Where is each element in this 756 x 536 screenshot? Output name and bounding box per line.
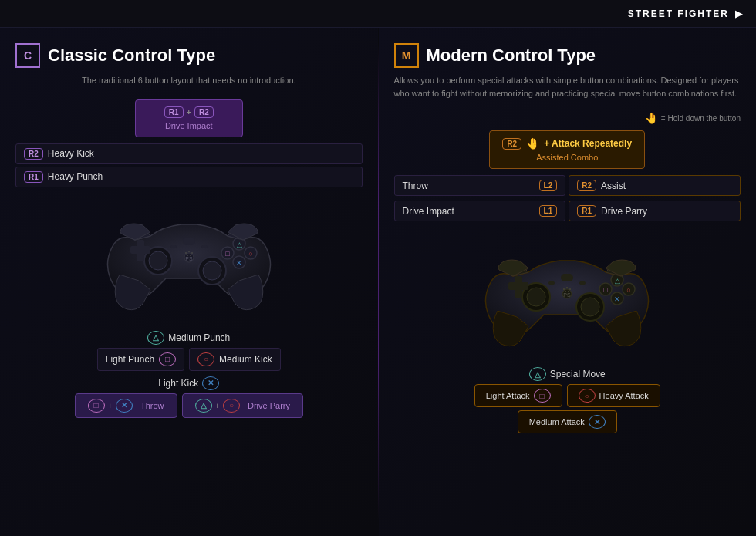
drive-parry-right-label: Drive Parry xyxy=(601,206,647,217)
heavy-kick-label: Heavy Kick xyxy=(48,148,94,159)
heavy-punch-row: R1 Heavy Punch xyxy=(15,167,363,187)
special-move-label: Special Move xyxy=(550,369,606,379)
drive-impact-right-row: Drive Impact L1 xyxy=(394,201,566,221)
svg-point-27 xyxy=(581,298,599,316)
classic-title-row: C Classic Control Type xyxy=(15,43,363,68)
light-kick-item: Light Kick ✕ xyxy=(158,376,219,390)
drive-impact-right-text: Drive Impact xyxy=(403,206,454,217)
brand-name: STREET FIGHTER xyxy=(628,8,729,19)
modern-controller: △ □ ○ ✕ PS xyxy=(394,230,741,361)
modern-title-row: M Modern Control Type xyxy=(394,43,741,68)
svg-text:✕: ✕ xyxy=(614,295,620,303)
svg-rect-47 xyxy=(579,281,586,285)
square-badge: □ xyxy=(159,352,176,366)
svg-point-45 xyxy=(568,291,569,292)
svg-point-19 xyxy=(191,252,193,254)
modern-panel: M Modern Control Type Allows you to perf… xyxy=(379,28,757,536)
modern-right-col: R2 Assist R1 Drive Parry xyxy=(569,175,741,224)
classic-shoulder-moves: R2 Heavy Kick R1 Heavy Punch xyxy=(15,143,363,187)
main-container: C Classic Control Type The traditional 6… xyxy=(0,28,756,536)
hold-icon: 🤚 xyxy=(645,112,658,124)
drive-impact-box: R1 + R2 Drive Impact xyxy=(135,99,243,137)
svg-text:□: □ xyxy=(225,250,230,258)
attack-repeatedly-text: + Attack Repeatedly xyxy=(544,138,632,149)
svg-text:○: ○ xyxy=(248,250,252,258)
r1-hp-badge: R1 xyxy=(24,171,43,183)
svg-point-41 xyxy=(563,288,565,290)
light-attack-text: Light Attack xyxy=(486,391,530,400)
bottom-row-1: Light Punch □ ○ Medium Kick xyxy=(15,348,363,373)
svg-text:PS: PS xyxy=(185,256,193,261)
l1-badge: L1 xyxy=(539,205,558,217)
svg-rect-14 xyxy=(183,238,195,245)
heavy-attack-row: ○ Heavy Attack xyxy=(567,384,660,407)
x-badge: ✕ xyxy=(116,399,133,413)
modern-left-col: Throw L2 Drive Impact L1 xyxy=(394,175,566,224)
light-kick-text: Light Kick xyxy=(158,378,198,389)
r2-orange-badge: R2 xyxy=(502,138,521,150)
modern-bottom-moves: △ Special Move Light Attack □ ○ Heavy At… xyxy=(394,367,741,433)
svg-rect-29 xyxy=(508,282,528,290)
svg-point-20 xyxy=(187,255,188,256)
tri-badge2: △ xyxy=(195,399,212,413)
throw-combo-box: □ + ✕ Throw xyxy=(75,393,177,418)
svg-rect-38 xyxy=(561,274,573,281)
modern-title: Modern Control Type xyxy=(427,46,596,66)
classic-top-move: R1 + R2 Drive Impact xyxy=(15,99,363,137)
svg-rect-46 xyxy=(548,281,555,285)
svg-text:□: □ xyxy=(604,286,609,294)
svg-point-1 xyxy=(149,251,167,270)
light-kick-row: Light Kick ✕ xyxy=(15,376,363,390)
assisted-combo-box: R2 🤚 + Attack Repeatedly Assisted Combo xyxy=(489,130,645,169)
heavy-punch-label: Heavy Punch xyxy=(48,171,103,182)
classic-title: Classic Control Type xyxy=(48,46,215,66)
svg-point-44 xyxy=(565,291,566,292)
drive-parry-label: Drive Parry xyxy=(248,401,290,410)
medium-punch-row: △ Medium Punch xyxy=(15,331,363,345)
classic-bottom-moves: △ Medium Punch Light Punch □ ○ Medium Ki… xyxy=(15,331,363,418)
medium-punch-label: Medium Punch xyxy=(168,332,230,343)
hold-note: 🤚 = Hold down the button xyxy=(394,112,741,124)
drive-parry-combo-box: △ + ○ Drive Parry xyxy=(182,393,303,418)
r1-dp-badge: R1 xyxy=(577,205,596,217)
sq-modern-badge: □ xyxy=(534,389,551,403)
light-attack-row: Light Attack □ xyxy=(474,384,562,407)
heavy-attack-text: Heavy Attack xyxy=(599,391,649,400)
r2-hk-badge: R2 xyxy=(24,148,43,160)
drive-impact-label: Drive Impact xyxy=(151,121,227,130)
r2-assist-badge: R2 xyxy=(577,180,596,191)
classic-subtitle: The traditional 6 button layout that nee… xyxy=(15,74,363,87)
throw-label: Throw xyxy=(140,401,164,410)
svg-point-21 xyxy=(190,255,191,256)
medium-attack-row: Medium Attack ✕ xyxy=(394,410,741,433)
drive-impact-combo: R1 + R2 xyxy=(151,106,227,118)
medium-punch-item: △ Medium Punch xyxy=(147,331,230,345)
modern-top-move: R2 🤚 + Attack Repeatedly Assisted Combo xyxy=(394,130,741,169)
cross-badge: ✕ xyxy=(202,376,219,390)
cir-badge: ○ xyxy=(223,399,240,413)
svg-rect-22 xyxy=(170,245,177,248)
x-modern-badge: ✕ xyxy=(589,415,606,429)
drive-parry-right-row: R1 Drive Parry xyxy=(569,201,741,221)
brand-logo: STREET FIGHTER ▶ xyxy=(628,8,744,19)
medium-attack-text: Medium Attack xyxy=(529,417,585,426)
right-bottom-row-1: Light Attack □ ○ Heavy Attack xyxy=(394,384,741,407)
circle-badge: ○ xyxy=(197,352,214,366)
top-bar: STREET FIGHTER ▶ xyxy=(0,0,756,28)
svg-rect-5 xyxy=(130,246,150,254)
svg-text:△: △ xyxy=(615,277,620,285)
assisted-combo-label: Assisted Combo xyxy=(502,153,632,162)
classic-panel: C Classic Control Type The traditional 6… xyxy=(0,28,378,536)
r1-badge: R1 xyxy=(164,106,184,118)
assisted-combo-combo: R2 🤚 + Attack Repeatedly xyxy=(502,137,632,150)
svg-point-25 xyxy=(527,288,545,306)
assist-label: Assist xyxy=(601,180,626,191)
svg-text:○: ○ xyxy=(627,286,631,294)
hold-note-text: = Hold down the button xyxy=(661,114,741,123)
svg-text:△: △ xyxy=(236,241,241,248)
hold-emoji: 🤚 xyxy=(526,137,539,150)
heavy-kick-row: R2 Heavy Kick xyxy=(15,143,363,164)
modern-icon: M xyxy=(394,43,419,68)
triangle-badge: △ xyxy=(147,331,164,345)
svg-rect-23 xyxy=(201,245,208,248)
